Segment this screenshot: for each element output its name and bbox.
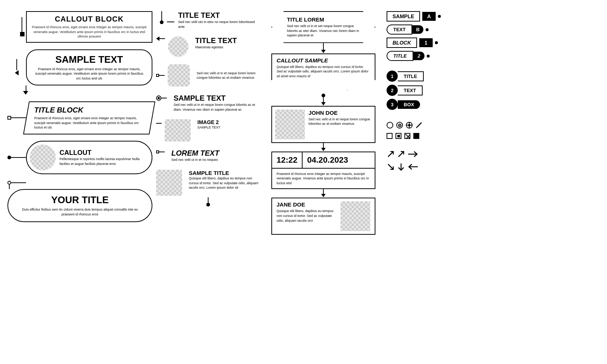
col2-title-text-2: TITLE TEXT Maecenas egestas	[156, 36, 260, 57]
label-item-b: TEXT B	[387, 25, 423, 35]
col2-t3-body: Sed nec velit ut in et neque lorem lorem…	[197, 71, 260, 80]
label-a-dot	[438, 15, 441, 18]
target-icon	[396, 122, 403, 129]
col2-image-text-3: Sed nec velit ut in et neque lorem lorem…	[156, 64, 260, 87]
col2-t2-text: TITLE TEXT Maecenas egestas	[191, 36, 237, 50]
col2-t7-text: SAMPLE TITLE Quisque elit libero, dapibu…	[185, 170, 260, 190]
svg-line-6	[388, 164, 393, 169]
label-b-dot	[426, 28, 429, 31]
callout-oval-body: Pellentesque in topintos mollis lacinia …	[59, 157, 146, 166]
col2-t7-image	[156, 170, 182, 196]
col2-t6-text: LOREM TEXT Sed nec velit ut in et no neq…	[168, 149, 219, 162]
icon-row-squares	[387, 133, 461, 139]
label-text-text: TEXT	[387, 25, 412, 35]
col2-t7-title: SAMPLE TITLE	[189, 170, 260, 176]
title-block-para: TITLE BLOCK Praesent id rhoncus eros, eg…	[23, 101, 155, 134]
callout-block-rect: CALLOUT BLOCK Praesent id rhoncus eros, …	[26, 11, 152, 43]
flow-desc-block: Praesent id rhoncus eros Integer ac temp…	[271, 169, 375, 189]
label-a-badge: A	[422, 12, 436, 21]
flow-jane-text: JANE DOE Quisque elit libero, dapibus eu…	[277, 201, 337, 231]
flow-john-title: JOHN DOE	[309, 110, 372, 116]
label-item-a: SAMPLE A	[387, 11, 436, 22]
col2-t1-title: TITLE TEXT	[178, 11, 260, 20]
left-arrow-icon	[407, 163, 419, 171]
diagonal-up-right-arrow-icon	[397, 150, 405, 158]
label-sample-text: SAMPLE	[387, 11, 420, 22]
flow-time-date-block: 12:22 04.20.2023	[271, 152, 375, 169]
flow-jane-title: JANE DOE	[277, 201, 337, 208]
solid-square-icon	[413, 133, 419, 139]
sample-text-item: SAMPLE TEXT Praesent id rhoncus eros, eg…	[7, 49, 152, 95]
num-label-3: BOX	[398, 100, 420, 109]
callout-block-body: Praesent id rhoncus eros, eget ornare er…	[31, 25, 147, 39]
callout-oval: CALLOUT Pellentesque in topintos mollis …	[26, 141, 152, 174]
num-item-1: 1 TITLE	[387, 71, 461, 82]
icon-row-circles	[387, 122, 461, 129]
diagonal-down-right-arrow-icon	[387, 163, 395, 171]
column-3: TITLE LOREM Sed nec velit ut in et set n…	[264, 7, 383, 357]
col2-t5-body: SAMPLE TEXT	[197, 125, 220, 130]
flow-desc-body: Praesent id rhoncus eros Integer ac temp…	[277, 172, 370, 186]
page-container: CALLOUT BLOCK Praesent id rhoncus eros, …	[0, 0, 607, 364]
label-sample-a: SAMPLE A	[387, 11, 461, 22]
label-1-badge: 1	[419, 38, 433, 47]
flow-callout-sample: CALLOUT SAMPLE Quisque elit libero, dapi…	[271, 53, 375, 91]
circle-icon	[387, 122, 393, 129]
flow-arrow-3	[323, 143, 324, 149]
num-label-1: TITLE	[398, 71, 424, 81]
column-4: SAMPLE A TEXT B BLOCK 1 TITLE 2	[387, 7, 461, 357]
callout-oval-image	[30, 144, 56, 170]
col2-t2-body: Maecenas egestas	[195, 45, 237, 50]
col2-t6-body: Sed nec velit ut in et no neques	[171, 157, 219, 162]
num-circle-3: 3	[387, 99, 398, 110]
x-square-icon	[404, 133, 410, 139]
title-block-item: TITLE BLOCK Praesent id rhoncus eros, eg…	[7, 101, 152, 134]
column-2: TITLE TEXT Sed nec velit uto in etex no …	[156, 7, 260, 357]
svg-line-0	[416, 123, 422, 128]
num-circle-1: 1	[387, 71, 398, 82]
callout-oval-item: CALLOUT Pellentesque in topintos mollis …	[7, 141, 152, 174]
flow-dot-2	[322, 94, 325, 97]
your-title-oval: YOUR TITLE Duis efficitur finibus sem ti…	[7, 189, 152, 222]
col2-t4-title: SAMPLE TEXT	[174, 94, 260, 103]
square-icon	[387, 133, 393, 139]
column-1: CALLOUT BLOCK Praesent id rhoncus eros, …	[7, 7, 152, 357]
flow-hex-title: TITLE LOREM	[287, 16, 360, 23]
your-title-title: YOUR TITLE	[16, 194, 144, 206]
title-block-title: TITLE BLOCK	[34, 106, 144, 114]
col2-t5-text: IMAGE 2 SAMPLE TEXT	[194, 119, 220, 130]
num-label-2: TEXT	[398, 85, 423, 95]
sample-text-body: Praesent id rhoncus eros, eget ornare er…	[34, 67, 144, 81]
num-item-2: 2 TEXT	[387, 85, 461, 96]
callout-block-title: CALLOUT BLOCK	[31, 15, 147, 23]
pen-icon	[416, 122, 422, 129]
num-item-3: 3 BOX	[387, 99, 461, 110]
col2-lorem-text-6: LOREM TEXT Sed nec velit ut in et no neq…	[156, 149, 260, 162]
col2-t2-title: TITLE TEXT	[195, 36, 237, 45]
flow-callout-body: Quisque elit libero, dapibus eu tempus n…	[277, 65, 370, 79]
label-block-1: BLOCK 1	[387, 38, 461, 48]
col2-title-text-1: TITLE TEXT Sed nec velit uto in etex no …	[156, 11, 260, 29]
col2-t5-title: IMAGE 2	[197, 119, 220, 125]
flow-person-john: JOHN DOE Sed nec velit ut in et neque lo…	[271, 106, 375, 143]
label-title-2: TITLE 2	[387, 51, 461, 61]
filled-inner-square-icon	[395, 133, 401, 139]
flow-john-image	[275, 110, 305, 139]
flow-john-body: Sed nec velit ut in et neque lorem congu…	[309, 117, 372, 126]
flow-time: 12:22	[272, 152, 303, 168]
col2-t4-body: Sed nec velit ut in et neque lorem congu…	[174, 103, 260, 112]
label-2-dot	[427, 55, 430, 58]
col2-t5-image	[165, 119, 191, 142]
label-title-text: TITLE	[387, 51, 413, 61]
label-1-dot	[435, 41, 438, 44]
label-item-2: TITLE 2	[387, 51, 424, 61]
flow-arrow-2	[323, 97, 324, 103]
right-arrow-icon	[407, 150, 419, 158]
flow-hex-item: TITLE LOREM Sed nec velit ut in et set n…	[271, 11, 375, 43]
callout-oval-title: CALLOUT	[59, 149, 146, 157]
your-title-body: Duis efficitur finibus sem tin cidunt vi…	[16, 207, 144, 217]
callout-oval-text: CALLOUT Pellentesque in topintos mollis …	[59, 149, 146, 166]
svg-line-4	[398, 152, 404, 157]
col2-t7-body: Quisque elit libero, dapibus eu tempus n…	[189, 176, 260, 190]
your-title-item: YOUR TITLE Duis efficitur finibus sem ti…	[7, 181, 152, 222]
